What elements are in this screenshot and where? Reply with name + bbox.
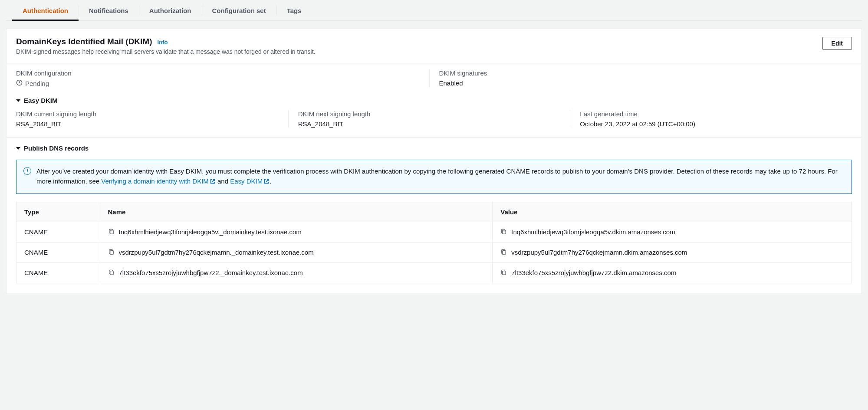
current-length-label: DKIM current signing length (16, 110, 279, 118)
cell-name: 7lt33ekfo75xs5zrojyjuwhbgfjpw7z2._domain… (100, 262, 493, 283)
col-value: Value (493, 202, 852, 222)
external-link-icon (210, 177, 216, 187)
dns-name-text: tnq6xhmlhiedjewq3ifonrjsleogqa5v._domain… (119, 228, 302, 236)
publish-dns-section: Publish DNS records i After you've creat… (7, 137, 861, 293)
publish-dns-toggle[interactable]: Publish DNS records (16, 144, 852, 152)
dkim-config-label: DKIM configuration (16, 69, 421, 77)
table-row: CNAMEvsdrzpupy5ul7gdtm7hy276qckejmamn._d… (16, 242, 852, 262)
copy-icon[interactable] (108, 228, 115, 236)
dns-info-alert: i After you've created your domain ident… (16, 160, 852, 194)
panel-description: DKIM-signed messages help receiving mail… (16, 48, 315, 55)
generated-time-label: Last generated time (580, 110, 843, 118)
table-row: CNAME7lt33ekfo75xs5zrojyjuwhbgfjpw7z2._d… (16, 262, 852, 283)
cell-type: CNAME (16, 242, 100, 262)
tab-authorization[interactable]: Authorization (139, 0, 202, 20)
dns-info-text: After you've created your domain identit… (36, 166, 845, 187)
dns-value-text: 7lt33ekfo75xs5zrojyjuwhbgfjpw7z2.dkim.am… (511, 269, 676, 276)
dns-value-text: vsdrzpupy5ul7gdtm7hy276qckejmamn.dkim.am… (511, 249, 687, 256)
cell-name: vsdrzpupy5ul7gdtm7hy276qckejmamn._domain… (100, 242, 493, 262)
table-row: CNAMEtnq6xhmlhiedjewq3ifonrjsleogqa5v._d… (16, 222, 852, 242)
dkim-panel: DomainKeys Identified Mail (DKIM) Info D… (6, 29, 862, 293)
alert-text: . (270, 177, 271, 185)
svg-rect-6 (503, 271, 506, 274)
svg-rect-4 (503, 250, 506, 254)
easy-dkim-section: Easy DKIM DKIM current signing length RS… (7, 97, 861, 137)
next-length-value: RSA_2048_BIT (298, 120, 562, 128)
caret-down-icon (16, 99, 20, 102)
copy-icon[interactable] (108, 269, 115, 277)
cell-name: tnq6xhmlhiedjewq3ifonrjsleogqa5v._domain… (100, 222, 493, 242)
info-icon: i (23, 167, 31, 175)
edit-button[interactable]: Edit (822, 37, 852, 50)
cell-value: 7lt33ekfo75xs5zrojyjuwhbgfjpw7z2.dkim.am… (493, 262, 852, 283)
cell-value: tnq6xhmlhiedjewq3ifonrjsleogqa5v.dkim.am… (493, 222, 852, 242)
copy-icon[interactable] (500, 249, 507, 256)
next-length-label: DKIM next signing length (298, 110, 562, 118)
caret-down-icon (16, 147, 20, 150)
svg-rect-5 (110, 271, 113, 274)
dns-records-table: Type Name Value CNAMEtnq6xhmlhiedjewq3if… (16, 202, 852, 283)
copy-icon[interactable] (500, 228, 507, 236)
copy-icon[interactable] (108, 249, 115, 256)
dns-name-text: vsdrzpupy5ul7gdtm7hy276qckejmamn._domain… (119, 249, 314, 256)
svg-rect-3 (110, 250, 113, 254)
link-verifying-domain-identity[interactable]: Verifying a domain identity with DKIM (101, 177, 216, 185)
dns-name-text: 7lt33ekfo75xs5zrojyjuwhbgfjpw7z2._domain… (119, 269, 303, 276)
publish-dns-title: Publish DNS records (24, 144, 89, 152)
tab-bar: Authentication Notifications Authorizati… (6, 0, 862, 21)
clock-icon (16, 79, 23, 87)
dkim-summary: DKIM configuration Pending DKIM signatur… (7, 63, 861, 97)
panel-title: DomainKeys Identified Mail (DKIM) (16, 37, 152, 46)
svg-rect-2 (503, 230, 506, 233)
col-type: Type (16, 202, 100, 222)
tab-authentication[interactable]: Authentication (12, 0, 79, 20)
tab-configuration-set[interactable]: Configuration set (202, 0, 276, 20)
dkim-config-value: Pending (25, 80, 49, 87)
external-link-icon (263, 177, 270, 187)
easy-dkim-title: Easy DKIM (24, 97, 58, 104)
copy-icon[interactable] (500, 269, 507, 277)
cell-type: CNAME (16, 262, 100, 283)
dkim-signatures-value: Enabled (439, 79, 844, 87)
panel-header: DomainKeys Identified Mail (DKIM) Info D… (7, 29, 861, 63)
link-easy-dkim[interactable]: Easy DKIM (230, 177, 270, 185)
alert-text: and (217, 177, 230, 185)
cell-value: vsdrzpupy5ul7gdtm7hy276qckejmamn.dkim.am… (493, 242, 852, 262)
svg-rect-1 (110, 230, 113, 233)
generated-time-value: October 23, 2022 at 02:59 (UTC+00:00) (580, 120, 843, 128)
dkim-signatures-label: DKIM signatures (439, 69, 844, 77)
cell-type: CNAME (16, 222, 100, 242)
current-length-value: RSA_2048_BIT (16, 120, 279, 128)
info-link[interactable]: Info (158, 39, 168, 46)
col-name: Name (100, 202, 493, 222)
tab-notifications[interactable]: Notifications (79, 0, 139, 20)
dns-value-text: tnq6xhmlhiedjewq3ifonrjsleogqa5v.dkim.am… (511, 228, 675, 236)
tab-tags[interactable]: Tags (276, 0, 312, 20)
easy-dkim-toggle[interactable]: Easy DKIM (16, 97, 852, 104)
